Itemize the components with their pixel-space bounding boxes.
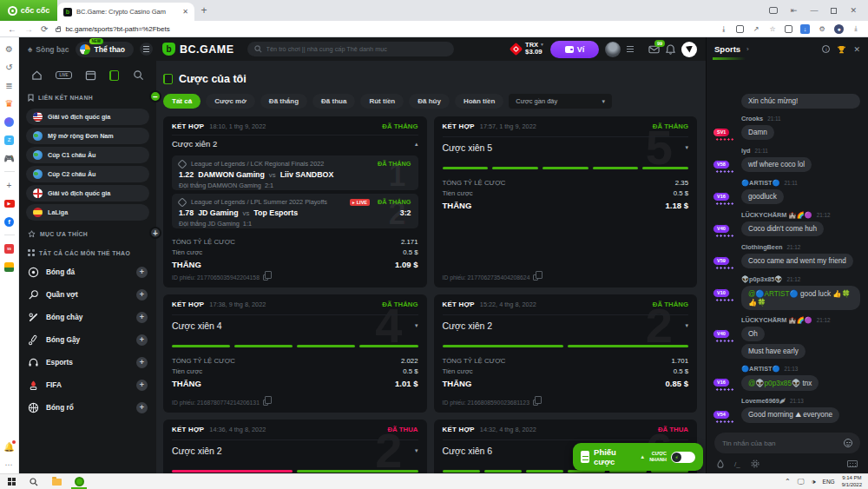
shopping-app-icon[interactable]: 99 bbox=[4, 244, 14, 254]
browser-tab[interactable]: b BC.Game: Crypto Casino Gam ✕ bbox=[57, 3, 194, 21]
copy-icon[interactable] bbox=[263, 274, 268, 281]
mention[interactable]: @🔵ARTIST🔵 bbox=[748, 290, 799, 298]
search-input[interactable] bbox=[266, 45, 447, 53]
username[interactable]: Crooks bbox=[741, 115, 763, 122]
balance-selector[interactable]: TRX▼ $3.09 bbox=[511, 42, 544, 57]
commands-icon[interactable]: /​_ bbox=[734, 460, 740, 468]
sports-nav[interactable]: Thể thao NEW bbox=[76, 42, 134, 57]
close-chat-icon[interactable]: ✕ bbox=[853, 45, 860, 54]
inbox-button[interactable]: 99 bbox=[648, 45, 660, 54]
add-shortcut-icon[interactable]: + bbox=[4, 180, 15, 190]
username[interactable]: Loveme6969🌶 bbox=[741, 397, 786, 405]
sidebar-item-football[interactable]: Bóng đá+ bbox=[19, 261, 156, 283]
notifications-bell-icon[interactable]: 🔔 bbox=[4, 441, 15, 452]
bet-card[interactable]: KẾT HỢP 18:10, 1 thg 9, 2022 ĐÃ THẮNG Cư… bbox=[163, 116, 427, 287]
chat-message-input[interactable] bbox=[722, 439, 838, 447]
sidebar-item-tennis[interactable]: Quần vợt+ bbox=[19, 283, 156, 306]
hamburger-menu-button[interactable] bbox=[140, 43, 153, 56]
username[interactable]: 🔵ARTIST🔵 bbox=[741, 365, 780, 373]
history-icon[interactable]: ↺ bbox=[4, 62, 15, 72]
filter-won[interactable]: Đã thắng bbox=[260, 94, 307, 109]
games-gamepad-icon[interactable]: 🎮 bbox=[4, 153, 15, 163]
quick-link-item[interactable]: LaLiga bbox=[26, 204, 149, 221]
translate-icon[interactable] bbox=[736, 25, 744, 33]
site-logo[interactable]: b BC.GAME bbox=[162, 43, 234, 56]
chevron-down-icon[interactable]: ▾ bbox=[415, 322, 418, 329]
filter-cancelled[interactable]: Đã hủy bbox=[409, 94, 450, 109]
taskbar-search-button[interactable] bbox=[23, 474, 45, 489]
input-language[interactable]: ENG bbox=[823, 479, 835, 485]
chevron-right-icon[interactable]: › bbox=[746, 45, 749, 53]
save-page-icon[interactable]: ⭳ bbox=[720, 24, 728, 33]
download-manager-icon[interactable]: ↓ bbox=[800, 24, 810, 34]
settings-gear-icon[interactable]: ⚙ bbox=[4, 43, 15, 54]
coccoc-taskbar-button[interactable] bbox=[68, 474, 90, 489]
sidebar-search-icon[interactable] bbox=[133, 69, 144, 81]
filter-refund[interactable]: Hoàn tiền bbox=[455, 94, 503, 109]
youtube-icon[interactable]: ▶ bbox=[4, 200, 15, 208]
close-window-button[interactable]: ✕ bbox=[850, 6, 857, 15]
emoji-icon[interactable] bbox=[844, 439, 852, 447]
url-field[interactable]: bc.game/sports?bt-path=%2Fbets bbox=[56, 25, 712, 33]
sidebar-item-fifa[interactable]: FIFA+ bbox=[19, 373, 156, 396]
more-icon[interactable]: ⋯ bbox=[4, 459, 15, 470]
keyboard-icon[interactable] bbox=[847, 460, 858, 467]
new-tab-button[interactable]: + bbox=[194, 0, 214, 21]
filter-lost[interactable]: Đã thua bbox=[312, 94, 355, 109]
clock[interactable]: 9:14 PM9/1/2022 bbox=[842, 475, 862, 488]
bet-title-row[interactable]: Cược xiên 2 ▴ bbox=[172, 135, 418, 152]
filter-cashout[interactable]: Rút tiền bbox=[360, 94, 404, 109]
sidebar-item-cricket[interactable]: Bóng Gậy+ bbox=[19, 328, 156, 351]
expand-icon[interactable]: + bbox=[136, 380, 148, 391]
crown-icon[interactable]: ♛ bbox=[4, 98, 15, 109]
tab-close-icon[interactable]: ✕ bbox=[182, 8, 188, 16]
reload-icon[interactable]: ⟳ bbox=[41, 24, 48, 34]
chevron-down-icon[interactable]: ▾ bbox=[415, 447, 418, 454]
back-icon[interactable]: ← bbox=[8, 24, 16, 34]
panel-toggle-icon[interactable]: ⇤ bbox=[791, 6, 798, 15]
username[interactable]: ClothingBeen bbox=[741, 243, 782, 251]
sidebar-item-basketball[interactable]: Bóng rổ+ bbox=[19, 396, 156, 419]
chevron-down-icon[interactable]: ▾ bbox=[685, 144, 688, 151]
extensions-icon[interactable]: ⚙ bbox=[818, 24, 826, 33]
home-icon[interactable] bbox=[31, 69, 43, 81]
downloads-icon[interactable]: ⤓ bbox=[852, 24, 860, 33]
adblock-shield-icon[interactable] bbox=[785, 25, 792, 33]
casino-nav[interactable]: ♠ Sòng bạc bbox=[28, 44, 69, 54]
game-search[interactable] bbox=[247, 42, 454, 56]
start-button[interactable] bbox=[0, 474, 23, 489]
chat-tab-sports[interactable]: Sports bbox=[714, 44, 740, 54]
forward-icon[interactable]: → bbox=[24, 24, 33, 34]
coccoc-brand[interactable]: cốc cốc bbox=[0, 0, 57, 21]
file-explorer-button[interactable] bbox=[45, 474, 68, 489]
add-favorite-button[interactable]: + bbox=[149, 227, 161, 239]
expand-icon[interactable]: + bbox=[136, 357, 148, 368]
bet-card[interactable]: 5 KẾT HỢP 17:57, 1 thg 9, 2022 ĐÃ THẮNG … bbox=[434, 116, 698, 287]
username[interactable]: lyd bbox=[741, 147, 751, 155]
chat-rules-info-icon[interactable]: i bbox=[822, 45, 830, 53]
rain-tip-icon[interactable] bbox=[717, 459, 724, 468]
network-icon[interactable]: 🖵 bbox=[798, 478, 805, 486]
sidebar-item-baseball[interactable]: Bóng chày+ bbox=[19, 306, 156, 328]
account-menu-icon[interactable] bbox=[627, 46, 634, 52]
copy-icon[interactable] bbox=[533, 274, 538, 281]
quick-link-item[interactable]: Cúp C1 châu Âu bbox=[26, 147, 149, 163]
username[interactable]: LÜCKYCHÄRM 🏰🌈🟣 bbox=[741, 316, 812, 324]
facebook-icon[interactable]: f bbox=[4, 217, 14, 227]
expand-icon[interactable]: + bbox=[136, 267, 148, 278]
username[interactable]: 🔵ARTIST🔵 bbox=[741, 179, 780, 187]
chat-settings-icon[interactable] bbox=[751, 459, 760, 468]
bet-card[interactable]: 2 KẾT HỢP 15:22, 4 thg 8, 2022 ĐÃ THẮNG … bbox=[434, 294, 698, 413]
reading-list-icon[interactable]: ≣ bbox=[4, 80, 15, 90]
trophy-icon[interactable] bbox=[837, 45, 846, 54]
chevron-up-icon[interactable]: ▴ bbox=[415, 141, 418, 148]
quick-link-item[interactable]: Mỹ mở rộng Đơn Nam bbox=[26, 128, 149, 144]
wallet-button[interactable]: Ví bbox=[550, 41, 599, 58]
user-avatar[interactable] bbox=[605, 42, 621, 57]
expand-icon[interactable]: + bbox=[136, 312, 148, 323]
sidebar-item-esports[interactable]: Esports+ bbox=[19, 351, 156, 373]
my-bets-icon[interactable] bbox=[109, 70, 119, 81]
collapse-quick-links-button[interactable]: − bbox=[149, 90, 161, 102]
messenger-icon[interactable] bbox=[4, 117, 14, 127]
bet-card[interactable]: 2 KẾT HỢP 14:36, 4 thg 8, 2022 ĐÃ THUA C… bbox=[163, 420, 427, 473]
